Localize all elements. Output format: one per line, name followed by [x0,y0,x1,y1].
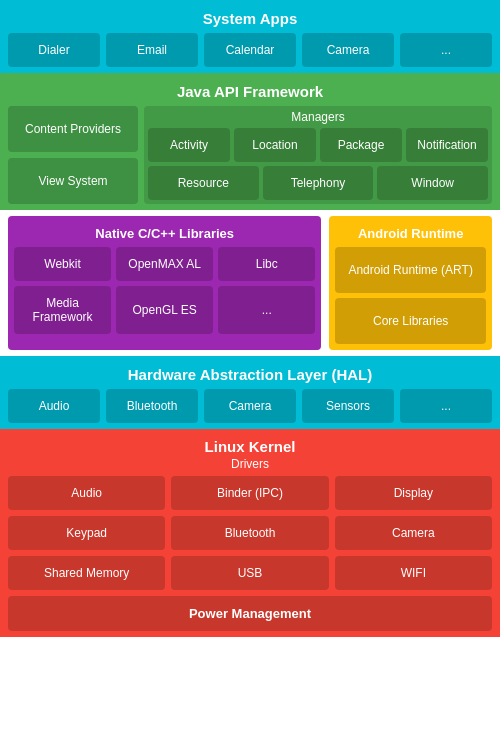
art-cell: Android Runtime (ART) [335,247,486,293]
kernel-usb-cell: USB [171,556,328,590]
art-grid: Android Runtime (ART) Core Libraries [335,247,486,344]
java-api-inner: Content Providers View System Managers A… [8,106,492,204]
opengl-cell: OpenGL ES [116,286,213,334]
resource-cell: Resource [148,166,259,200]
managers-box: Managers Activity Location Package Notif… [144,106,492,204]
kernel-sharedmem-cell: Shared Memory [8,556,165,590]
system-apps-grid: Dialer Email Calendar Camera ... [8,33,492,67]
system-app-email: Email [106,33,198,67]
kernel-camera-cell: Camera [335,516,492,550]
java-api-layer: Java API Framework Content Providers Vie… [0,73,500,210]
hal-bluetooth-cell: Bluetooth [106,389,198,423]
art-title: Android Runtime [335,222,486,247]
core-libraries-cell: Core Libraries [335,298,486,344]
telephony-cell: Telephony [263,166,374,200]
kernel-wifi-cell: WIFI [335,556,492,590]
drivers-label: Drivers [8,457,492,471]
kernel-grid: Audio Binder (IPC) Display Keypad Blueto… [8,476,492,590]
content-providers-cell: Content Providers [8,106,138,152]
android-runtime-box: Android Runtime Android Runtime (ART) Co… [329,216,492,350]
system-app-more: ... [400,33,492,67]
system-apps-title: System Apps [8,6,492,33]
native-title: Native C/C++ Libraries [14,222,315,247]
system-apps-layer: System Apps Dialer Email Calendar Camera… [0,0,500,73]
system-app-calendar: Calendar [204,33,296,67]
location-cell: Location [234,128,316,162]
java-api-title: Java API Framework [8,79,492,106]
webkit-cell: Webkit [14,247,111,281]
native-more-cell: ... [218,286,315,334]
libc-cell: Libc [218,247,315,281]
hal-layer: Hardware Abstraction Layer (HAL) Audio B… [0,356,500,429]
kernel-audio-cell: Audio [8,476,165,510]
managers-grid-row1: Activity Location Package Notification [148,128,488,162]
media-framework-cell: Media Framework [14,286,111,334]
kernel-display-cell: Display [335,476,492,510]
notification-cell: Notification [406,128,488,162]
hal-more-cell: ... [400,389,492,423]
managers-title: Managers [148,110,488,124]
system-app-camera: Camera [302,33,394,67]
managers-grid-row2: Resource Telephony Window [148,166,488,200]
window-cell: Window [377,166,488,200]
system-app-dialer: Dialer [8,33,100,67]
native-art-row: Native C/C++ Libraries Webkit OpenMAX AL… [0,210,500,356]
native-libraries-box: Native C/C++ Libraries Webkit OpenMAX AL… [8,216,321,350]
openmax-cell: OpenMAX AL [116,247,213,281]
hal-title: Hardware Abstraction Layer (HAL) [8,362,492,389]
hal-audio-cell: Audio [8,389,100,423]
kernel-binder-cell: Binder (IPC) [171,476,328,510]
view-system-cell: View System [8,158,138,204]
activity-cell: Activity [148,128,230,162]
java-api-right: Managers Activity Location Package Notif… [144,106,492,204]
native-grid: Webkit OpenMAX AL Libc Media Framework O… [14,247,315,334]
kernel-title: Linux Kernel [8,435,492,457]
kernel-keypad-cell: Keypad [8,516,165,550]
power-management-cell: Power Management [8,596,492,631]
hal-grid: Audio Bluetooth Camera Sensors ... [8,389,492,423]
hal-sensors-cell: Sensors [302,389,394,423]
java-api-left: Content Providers View System [8,106,138,204]
kernel-layer: Linux Kernel Drivers Audio Binder (IPC) … [0,429,500,637]
hal-camera-cell: Camera [204,389,296,423]
package-cell: Package [320,128,402,162]
kernel-bluetooth-cell: Bluetooth [171,516,328,550]
